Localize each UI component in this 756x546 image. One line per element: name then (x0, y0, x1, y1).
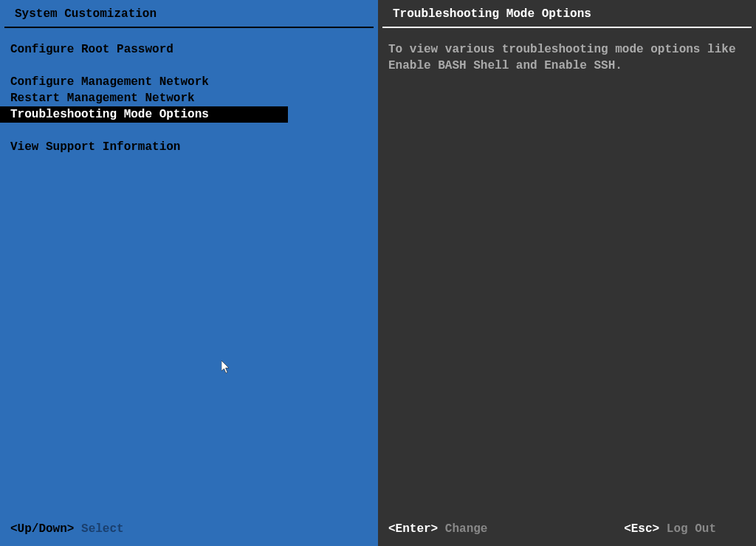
footer-key-enter: <Enter> (388, 522, 438, 536)
footer-action-change: Change (445, 522, 488, 536)
right-panel-title: Troubleshooting Mode Options (382, 0, 752, 28)
footer-key-esc: <Esc> (624, 522, 659, 536)
left-panel-title: System Customization (4, 0, 374, 28)
menu-group: Configure Root Password (0, 41, 378, 58)
footer-hint-enter: <Enter> Change (388, 522, 487, 536)
menu-content: Configure Root Password Configure Manage… (0, 28, 378, 155)
right-panel: Troubleshooting Mode Options To view var… (378, 0, 756, 546)
menu-group: View Support Information (0, 139, 378, 155)
footer-action-select: Select (81, 522, 124, 536)
footer-action-logout: Log Out (667, 522, 716, 536)
menu-group: Configure Management Network Restart Man… (0, 74, 378, 123)
footer-right: <Enter> Change <Esc> Log Out (378, 522, 756, 536)
menu-item-restart-management-network[interactable]: Restart Management Network (0, 90, 288, 106)
menu-item-view-support-information[interactable]: View Support Information (0, 139, 288, 155)
main-container: System Customization Configure Root Pass… (0, 0, 756, 546)
description-text: To view various troubleshooting mode opt… (378, 28, 756, 74)
footer-left: <Up/Down> Select (10, 522, 124, 536)
menu-item-configure-management-network[interactable]: Configure Management Network (0, 74, 288, 90)
menu-item-configure-root-password[interactable]: Configure Root Password (0, 41, 288, 58)
left-panel: System Customization Configure Root Pass… (0, 0, 378, 546)
menu-item-troubleshooting-mode-options[interactable]: Troubleshooting Mode Options (0, 106, 288, 123)
footer-key-updown: <Up/Down> (10, 522, 74, 536)
footer-hint-esc: <Esc> Log Out (624, 522, 746, 536)
